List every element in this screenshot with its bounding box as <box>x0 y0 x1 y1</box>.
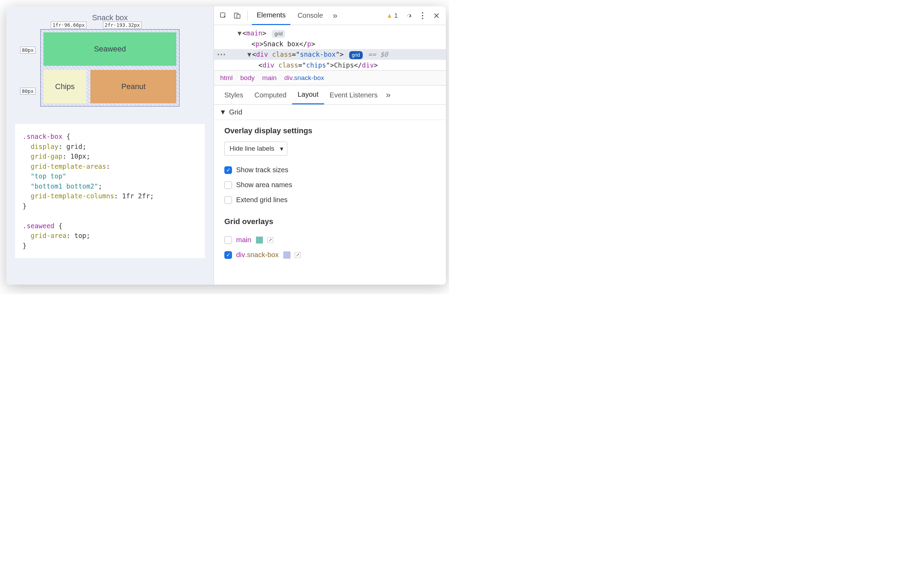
close-icon[interactable] <box>431 10 442 22</box>
grid-overlays-title: Grid overlays <box>224 217 435 226</box>
grid-section-header[interactable]: ▼ Grid <box>214 105 446 120</box>
checkbox-icon[interactable] <box>224 181 232 189</box>
subtab-event-listeners[interactable]: Event Listeners <box>324 86 383 104</box>
color-swatch[interactable] <box>256 237 263 243</box>
styles-subtabs: Styles Computed Layout Event Listeners » <box>214 86 446 105</box>
check-show-track-sizes[interactable]: ✓ Show track sizes <box>224 163 435 177</box>
dom-node-main[interactable]: ▼<main> grid <box>214 28 446 38</box>
highlight-element-icon[interactable] <box>266 236 274 244</box>
svg-rect-2 <box>237 14 240 18</box>
track-label-row1: 80px <box>20 47 35 54</box>
breadcrumb-item[interactable]: html <box>220 74 233 82</box>
devtools-toolbar: Elements Console » ▲ 1 <box>214 6 446 25</box>
track-label-col2: 2fr·193.32px <box>103 22 141 29</box>
svg-point-3 <box>422 12 423 14</box>
layout-panel: ▼ Grid Overlay display settings Hide lin… <box>214 105 446 285</box>
grid-overlay-wrap: 1fr·96.66px 2fr·193.32px 80px 80px Seawe… <box>40 29 180 106</box>
gear-icon[interactable] <box>403 10 415 22</box>
check-show-area-names[interactable]: Show area names <box>224 177 435 192</box>
page-title: Snack box <box>10 13 210 22</box>
track-label-col1: 1fr·96.66px <box>51 22 87 29</box>
grid-badge-active[interactable]: grid <box>349 51 363 59</box>
svg-point-5 <box>422 18 423 19</box>
subtab-layout[interactable]: Layout <box>292 86 324 105</box>
device-toggle-icon[interactable] <box>231 10 243 22</box>
warning-counter[interactable]: ▲ 1 <box>386 12 398 20</box>
check-extend-grid-lines[interactable]: Extend grid lines <box>224 192 435 207</box>
more-actions-icon[interactable]: ••• <box>217 51 228 58</box>
toolbar-separator <box>247 11 248 21</box>
checkbox-icon[interactable]: ✓ <box>224 251 232 259</box>
devtools-window: Snack box 1fr·96.66px 2fr·193.32px 80px … <box>6 6 446 285</box>
color-swatch[interactable] <box>283 252 291 259</box>
grid-cell-peanut[interactable]: Peanut <box>91 70 176 103</box>
checkbox-icon[interactable] <box>224 236 232 244</box>
grid-cell-chips[interactable]: Chips <box>43 70 86 103</box>
breadcrumb-item-current[interactable]: div.snack-box <box>284 74 324 82</box>
breadcrumb: html body main div.snack-box <box>214 70 446 86</box>
overlay-item-snackbox[interactable]: ✓ div.snack-box <box>224 247 435 262</box>
grid-section-title: Grid <box>229 108 242 116</box>
overlay-item-main[interactable]: main <box>224 232 435 247</box>
highlight-element-icon[interactable] <box>294 251 301 259</box>
tab-console[interactable]: Console <box>292 6 328 25</box>
snack-box-grid[interactable]: Seaweed Chips Peanut <box>40 29 180 106</box>
dom-node-chips[interactable]: <div class="chips">Chips</div> <box>214 60 446 71</box>
warning-icon: ▲ <box>386 12 393 20</box>
subtab-computed[interactable]: Computed <box>249 86 292 104</box>
grid-cell-seaweed[interactable]: Seaweed <box>43 32 176 66</box>
track-label-row2: 80px <box>20 88 35 95</box>
kebab-menu-icon[interactable] <box>417 10 429 22</box>
css-code-preview: .snack-box { display: grid; grid-gap: 10… <box>15 124 205 258</box>
checkbox-icon[interactable] <box>224 196 232 204</box>
inspect-icon[interactable] <box>217 10 229 22</box>
warning-count: 1 <box>394 12 398 20</box>
dom-node-snackbox[interactable]: •••▼<div class="snack-box"> grid == $0 <box>214 49 446 60</box>
tab-elements[interactable]: Elements <box>252 6 291 25</box>
dom-tree[interactable]: ▼<main> grid <p>Snack box</p> •••▼<div c… <box>214 25 446 70</box>
line-labels-select[interactable]: Hide line labels <box>224 142 287 155</box>
breadcrumb-item[interactable]: main <box>262 74 277 82</box>
dollar-zero: == $0 <box>368 51 388 58</box>
page-viewport: Snack box 1fr·96.66px 2fr·193.32px 80px … <box>6 6 214 285</box>
tabs-overflow-icon[interactable]: » <box>330 11 340 20</box>
dom-node-p[interactable]: <p>Snack box</p> <box>214 38 446 49</box>
chevron-down-icon: ▼ <box>220 108 226 116</box>
devtools-panel: Elements Console » ▲ 1 ▼<main> grid <box>214 6 446 285</box>
checkbox-icon[interactable]: ✓ <box>224 166 232 174</box>
svg-point-4 <box>422 15 423 16</box>
grid-badge[interactable]: grid <box>272 30 285 38</box>
overlay-settings-title: Overlay display settings <box>224 126 435 135</box>
subtab-styles[interactable]: Styles <box>219 86 249 104</box>
subtabs-overflow-icon[interactable]: » <box>383 90 394 100</box>
breadcrumb-item[interactable]: body <box>240 74 255 82</box>
